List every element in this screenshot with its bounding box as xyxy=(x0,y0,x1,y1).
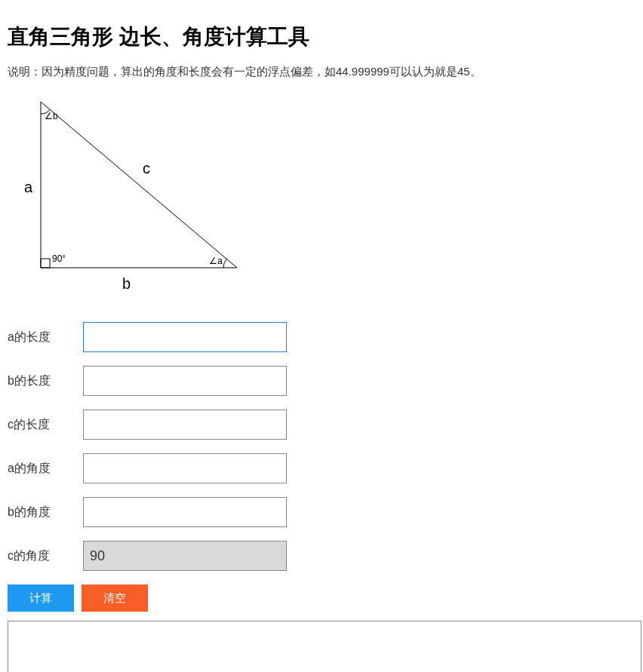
input-b-length[interactable] xyxy=(83,366,287,396)
input-c-length[interactable] xyxy=(83,410,287,440)
diagram-label-c: c xyxy=(143,160,150,176)
input-c-angle xyxy=(83,541,287,571)
diagram-angle-90: 90° xyxy=(52,253,66,264)
output-textarea[interactable] xyxy=(8,621,641,672)
input-b-angle[interactable] xyxy=(83,497,287,527)
label-a-angle: a的角度 xyxy=(8,461,83,477)
diagram-label-b: b xyxy=(122,275,131,292)
label-b-length: b的长度 xyxy=(8,373,83,389)
svg-line-2 xyxy=(41,102,237,268)
description-text: 说明：因为精度问题，算出的角度和长度会有一定的浮点偏差，如44.999999可以… xyxy=(8,65,635,79)
diagram-label-a: a xyxy=(24,179,33,195)
diagram-angle-b: ∠b xyxy=(45,111,58,121)
diagram-angle-a: ∠a xyxy=(209,256,223,266)
input-a-length[interactable] xyxy=(83,322,287,352)
label-c-length: c的长度 xyxy=(8,417,83,433)
clear-button[interactable]: 清空 xyxy=(82,585,148,612)
triangle-diagram: a b c ∠b ∠a 90° xyxy=(11,94,635,308)
label-a-length: a的长度 xyxy=(8,330,83,345)
calculate-button[interactable]: 计算 xyxy=(8,585,74,612)
page-title: 直角三角形 边长、角度计算工具 xyxy=(8,23,635,51)
input-a-angle[interactable] xyxy=(83,453,287,483)
svg-rect-3 xyxy=(41,259,50,268)
label-b-angle: b的角度 xyxy=(8,505,83,520)
label-c-angle: c的角度 xyxy=(8,548,83,564)
